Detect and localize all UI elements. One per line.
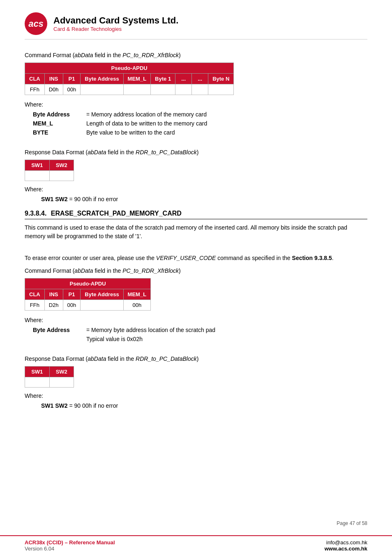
where-label-resp-2: Where: [25,392,367,399]
where-val-byteaddr: = Memory address location of the memory … [86,111,367,118]
cell-cla-1: FFh [25,84,45,95]
sw-table-1: SW1 SW2 [25,160,74,181]
where-key-byte: BYTE [33,129,86,136]
pc-rdr-italic-2: PC_to_RDR_XfrBlock [122,267,179,274]
cell-ins-2: D2h [44,300,63,311]
table-row-2: FFh D2h 00h 00h [25,300,151,311]
cell-p1-2: 00h [63,300,81,311]
command-format-label-2: Command Format (abData field in the PC_t… [25,267,367,274]
where-row-typical: Typical value is 0x02h [33,336,367,342]
col-ins-2: INS [44,289,63,300]
cell-byteaddr-1 [81,84,123,95]
cell-meml-1 [123,84,151,95]
sw-row-2 [25,377,74,388]
sw1-header-1: SW1 [25,160,50,171]
logo-text: acs [28,19,44,29]
abdata-italic-1: abData [74,52,93,58]
abdata-resp-italic-1: abData [88,149,106,156]
where-val-meml: Length of data to be written to the memo… [86,120,367,127]
footer-website: www.acs.com.hk [325,546,367,552]
cell-byteaddr-2 [81,300,123,311]
footer-version: Version 6.04 [25,546,115,552]
rdr-pc-italic-2: RDR_to_PC_DataBlock [136,355,197,362]
response-format-label-1: Response Data Format (abData field in th… [25,149,367,156]
col-dots1-1: ... [175,74,192,84]
col-ins-1: INS [44,74,63,84]
sw2-header-1: SW2 [49,160,74,171]
sw1sw2-bold-1: SW1 SW2 [41,196,68,202]
footer-doc-title: ACR38x (CCID) – Reference Manual [25,539,115,546]
cell-dots2-1 [192,84,208,95]
sw1sw2-note-1: SW1 SW2 = 90 00h if no error [41,196,367,202]
col-cla-2: CLA [25,289,45,300]
section-number-9384: 9.3.8.4. [25,210,46,217]
where-table-1: Byte Address = Memory address location o… [33,111,367,136]
sw-row-1 [25,171,74,181]
section-heading-9384: 9.3.8.4. ERASE_SCRATCH_PAD_MEMORY_CARD [25,210,367,219]
section-para2-9384: To erase error counter or user area, ple… [25,254,367,262]
where-label-2: Where: [25,317,367,323]
cell-meml-2: 00h [123,300,151,311]
section-para1-9384: This command is used to erase the data o… [25,223,367,241]
pseudo-apdu-header-1: Pseudo-APDU [25,63,234,74]
where-label-resp-1: Where: [25,186,367,193]
where-row-meml: MEM_L Length of data to be written to th… [33,120,367,127]
sw1-header-2: SW1 [25,367,50,377]
abdata-italic-2: abData [74,267,93,274]
response-format-label-2: Response Data Format (abData field in th… [25,355,367,362]
where-row-byteaddr-2: Byte Address = Memory byte address locat… [33,327,367,333]
footer-left: ACR38x (CCID) – Reference Manual Version… [25,539,115,552]
verify-italic: VERIFY_USER_CODE [156,255,216,261]
where-key-byteaddr-2: Byte Address [33,327,86,333]
sw-table-wrap-1: SW1 SW2 [25,160,367,181]
company-name-block: Advanced Card Systems Ltd. Card & Reader… [53,15,178,32]
sw1sw2-val-1: = 90 00h if no error [68,196,118,202]
where-key-byteaddr: Byte Address [33,111,86,118]
sw-table-wrap-2: SW1 SW2 [25,366,367,388]
sw2-header-2: SW2 [49,367,74,377]
where-table-2: Byte Address = Memory byte address locat… [33,327,367,342]
sw1sw2-note-2: SW1 SW2 = 90 00h if no error [41,402,367,409]
where-val-byteaddr-2: = Memory byte address location of the sc… [86,327,367,333]
cell-cla-2: FFh [25,300,45,311]
section-title-9384: ERASE_SCRATCH_PAD_MEMORY_CARD [51,210,182,217]
abdata-resp-italic-2: abData [88,355,106,362]
where-label-1: Where: [25,101,367,108]
col-p1-1: P1 [63,74,81,84]
sw2-val-2 [49,377,74,388]
rdr-pc-italic-1: RDR_to_PC_DataBlock [136,149,197,156]
pseudo-apdu-table-1: Pseudo-APDU CLA INS P1 Byte Address MEM_… [25,63,234,95]
company-name-sub: Card & Reader Technologies [53,26,178,32]
where-row-byte: BYTE Byte value to be written to the car… [33,129,367,136]
col-cla-1: CLA [25,74,45,84]
where-row-byteaddr: Byte Address = Memory address location o… [33,111,367,118]
col-meml-1: MEM_L [123,74,151,84]
footer-right: info@acs.com.hk www.acs.com.hk [325,539,367,552]
cell-ins-1: D0h [44,84,63,95]
sw-table-2: SW1 SW2 [25,366,74,388]
footer-email: info@acs.com.hk [325,539,367,546]
col-byteaddr-1: Byte Address [81,74,123,84]
where-key-meml: MEM_L [33,120,86,127]
col-byte1-1: Byte 1 [151,74,175,84]
page-number: Page 47 of 58 [337,520,367,526]
sw1-val-1 [25,171,50,181]
page-footer: ACR38x (CCID) – Reference Manual Version… [0,535,392,555]
cell-p1-1: 00h [63,84,81,95]
sw2-val-1 [49,171,74,181]
table-wrap-1: Pseudo-APDU CLA INS P1 Byte Address MEM_… [25,63,367,95]
pc-rdr-italic-1: PC_to_RDR_XfrBlock [122,52,179,58]
sw1sw2-bold-2: SW1 SW2 [41,402,68,409]
col-p1-2: P1 [63,289,81,300]
col-meml-2: MEM_L [123,289,151,300]
cell-dots1-1 [175,84,192,95]
where-val-typical: Typical value is 0x02h [86,336,367,342]
logo-circle: acs [25,12,47,35]
cell-byten-1 [208,84,234,95]
sw1sw2-val-2: = 90 00h if no error [68,402,118,409]
pseudo-apdu-table-2: Pseudo-APDU CLA INS P1 Byte Address MEM_… [25,278,151,311]
col-byten-1: Byte N [208,74,234,84]
sw1-val-2 [25,377,50,388]
table-row-1: FFh D0h 00h [25,84,234,95]
where-val-byte: Byte value to be written to the card [86,129,367,136]
